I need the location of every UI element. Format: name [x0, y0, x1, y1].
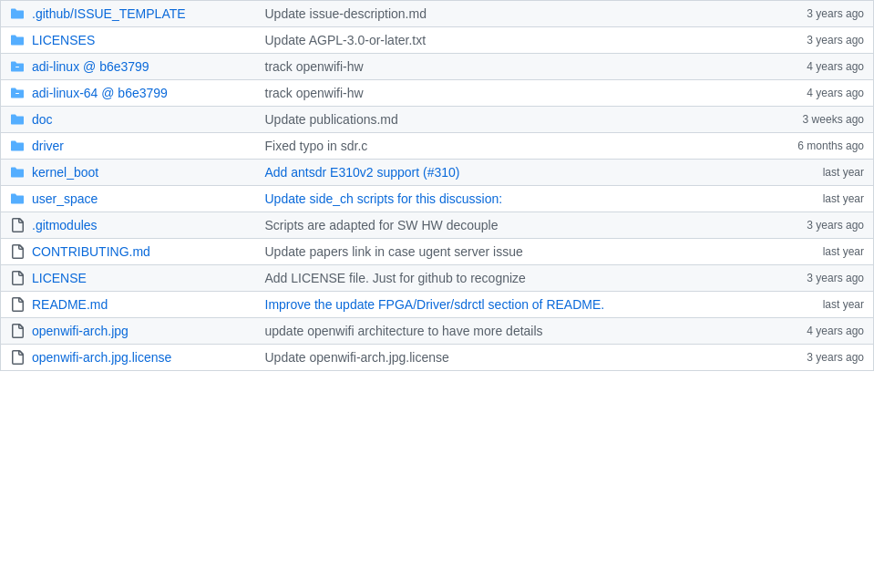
item-name-cell: LICENSE [10, 271, 247, 285]
item-name-cell: README.md [10, 297, 247, 312]
item-name-cell: openwifi-arch.jpg.license [10, 350, 247, 365]
table-row: LICENSES Update AGPL-3.0-or-later.txt 3 … [1, 27, 874, 54]
commit-message-cell: Update publications.md [256, 107, 765, 133]
commit-message-cell: Improve the update FPGA/Driver/sdrctl se… [256, 292, 765, 318]
commit-message: Update publications.md [265, 112, 398, 127]
file-name-link[interactable]: driver [32, 139, 64, 153]
commit-time: 6 months ago [765, 133, 874, 160]
commit-message: Add LICENSE file. Just for github to rec… [265, 271, 526, 285]
commit-time: 4 years ago [765, 80, 874, 107]
table-row: README.md Improve the update FPGA/Driver… [1, 292, 874, 318]
file-icon [10, 244, 25, 259]
commit-message-cell: update openwifi architecture to have mor… [256, 318, 765, 345]
commit-time: last year [765, 292, 874, 318]
file-icon [10, 271, 25, 285]
commit-message-cell: Add antsdr E310v2 support (#310) [256, 160, 765, 186]
table-row: .github/ISSUE_TEMPLATE Update issue-desc… [1, 1, 874, 27]
commit-message: Update AGPL-3.0-or-later.txt [265, 33, 427, 47]
file-icon [10, 324, 25, 338]
commit-time: last year [765, 160, 874, 186]
commit-message-cell: Add LICENSE file. Just for github to rec… [256, 265, 765, 292]
table-row: kernel_boot Add antsdr E310v2 support (#… [1, 160, 874, 186]
item-name-cell: .github/ISSUE_TEMPLATE [10, 6, 247, 21]
commit-time: 3 weeks ago [765, 107, 874, 133]
table-row: openwifi-arch.jpg update openwifi archit… [1, 318, 874, 345]
commit-message-cell: Scripts are adapted for SW HW decouple [256, 212, 765, 239]
file-icon [10, 218, 25, 232]
file-name-link[interactable]: adi-linux-64 @ b6e3799 [32, 86, 168, 100]
commit-message: Fixed typo in sdr.c [265, 139, 368, 153]
commit-time: 3 years ago [765, 27, 874, 54]
file-icon [10, 350, 25, 365]
commit-link[interactable]: Improve the update FPGA/Driver/sdrctl se… [265, 297, 605, 312]
commit-message: Update issue-description.md [265, 6, 427, 21]
file-name-link[interactable]: openwifi-arch.jpg.license [32, 350, 171, 365]
commit-link[interactable]: Add antsdr E310v2 support (#310) [265, 165, 460, 180]
file-name-link[interactable]: user_space [32, 191, 98, 206]
folder-icon [10, 139, 25, 153]
folder-icon [10, 191, 25, 206]
commit-message-cell: Update papers link in case ugent server … [256, 239, 765, 265]
item-name-cell: adi-linux @ b6e3799 [10, 59, 247, 74]
file-name-link[interactable]: .gitmodules [32, 218, 98, 232]
submodule-icon [10, 59, 25, 74]
table-row: .gitmodules Scripts are adapted for SW H… [1, 212, 874, 239]
file-name-link[interactable]: README.md [32, 297, 108, 312]
commit-time: 3 years ago [765, 345, 874, 371]
file-name-link[interactable]: adi-linux @ b6e3799 [32, 59, 149, 74]
commit-time: last year [765, 239, 874, 265]
item-name-cell: .gitmodules [10, 218, 247, 232]
table-row: adi-linux @ b6e3799 track openwifi-hw 4 … [1, 54, 874, 80]
table-row: driver Fixed typo in sdr.c 6 months ago [1, 133, 874, 160]
item-name-cell: CONTRIBUTING.md [10, 244, 247, 259]
item-name-cell: kernel_boot [10, 165, 247, 180]
item-name-cell: doc [10, 112, 247, 127]
file-icon [10, 297, 25, 312]
folder-icon [10, 165, 25, 180]
commit-message: Update papers link in case ugent server … [265, 244, 523, 259]
commit-time: 4 years ago [765, 54, 874, 80]
item-name-cell: user_space [10, 191, 247, 206]
commit-message-cell: track openwifi-hw [256, 80, 765, 107]
commit-time: 4 years ago [765, 318, 874, 345]
commit-time: 3 years ago [765, 265, 874, 292]
file-name-link[interactable]: openwifi-arch.jpg [32, 324, 129, 338]
file-list: .github/ISSUE_TEMPLATE Update issue-desc… [0, 0, 874, 371]
commit-time: last year [765, 186, 874, 212]
file-name-link[interactable]: kernel_boot [32, 165, 98, 180]
table-row: user_space Update side_ch scripts for th… [1, 186, 874, 212]
commit-message: update openwifi architecture to have mor… [265, 324, 543, 338]
file-name-link[interactable]: LICENSE [32, 271, 87, 285]
file-name-link[interactable]: doc [32, 112, 53, 127]
commit-message-cell: Update AGPL-3.0-or-later.txt [256, 27, 765, 54]
commit-message-cell: Update side_ch scripts for this discussi… [256, 186, 765, 212]
submodule-icon [10, 86, 25, 100]
item-name-cell: LICENSES [10, 33, 247, 47]
commit-message: track openwifi-hw [265, 59, 364, 74]
commit-message-cell: Fixed typo in sdr.c [256, 133, 765, 160]
table-row: doc Update publications.md 3 weeks ago [1, 107, 874, 133]
file-name-link[interactable]: CONTRIBUTING.md [32, 244, 150, 259]
commit-link[interactable]: Update side_ch scripts for this discussi… [265, 191, 503, 206]
folder-icon [10, 112, 25, 127]
file-name-link[interactable]: LICENSES [32, 33, 95, 47]
commit-time: 3 years ago [765, 212, 874, 239]
table-row: CONTRIBUTING.md Update papers link in ca… [1, 239, 874, 265]
folder-icon [10, 33, 25, 47]
item-name-cell: openwifi-arch.jpg [10, 324, 247, 338]
item-name-cell: driver [10, 139, 247, 153]
item-name-cell: adi-linux-64 @ b6e3799 [10, 86, 247, 100]
commit-message-cell: track openwifi-hw [256, 54, 765, 80]
table-row: openwifi-arch.jpg.license Update openwif… [1, 345, 874, 371]
commit-message: Scripts are adapted for SW HW decouple [265, 218, 499, 232]
commit-message-cell: Update openwifi-arch.jpg.license [256, 345, 765, 371]
file-name-link[interactable]: .github/ISSUE_TEMPLATE [32, 6, 186, 21]
commit-time: 3 years ago [765, 1, 874, 27]
table-row: adi-linux-64 @ b6e3799 track openwifi-hw… [1, 80, 874, 107]
commit-message: Update openwifi-arch.jpg.license [265, 350, 449, 365]
table-row: LICENSE Add LICENSE file. Just for githu… [1, 265, 874, 292]
commit-message: track openwifi-hw [265, 86, 364, 100]
commit-message-cell: Update issue-description.md [256, 1, 765, 27]
folder-icon [10, 6, 25, 21]
